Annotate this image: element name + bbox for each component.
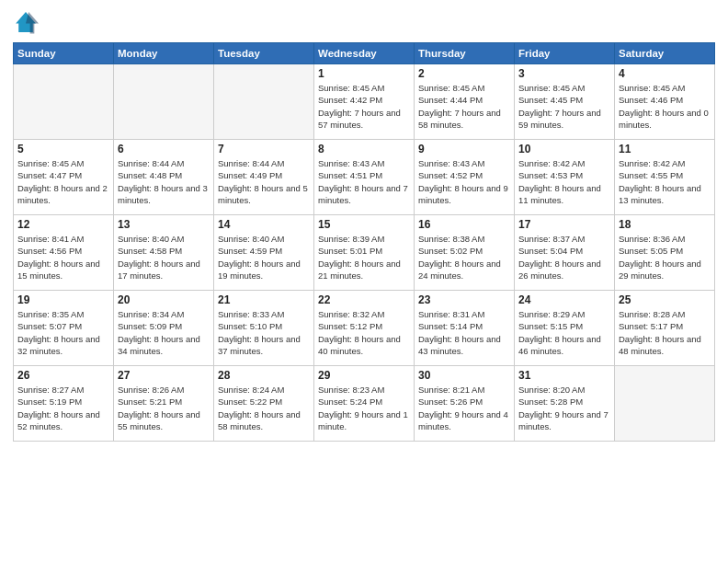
- day-number: 18: [619, 218, 711, 231]
- day-info: Sunrise: 8:21 AMSunset: 5:26 PMDaylight:…: [418, 384, 510, 432]
- col-header-sunday: Sunday: [14, 43, 114, 64]
- col-header-thursday: Thursday: [415, 43, 515, 64]
- calendar-cell: 25Sunrise: 8:28 AMSunset: 5:17 PMDayligh…: [615, 291, 715, 366]
- calendar-cell: 6Sunrise: 8:44 AMSunset: 4:48 PMDaylight…: [114, 140, 214, 215]
- calendar-cell: 28Sunrise: 8:24 AMSunset: 5:22 PMDayligh…: [214, 366, 314, 442]
- day-number: 25: [619, 293, 711, 306]
- day-number: 26: [17, 369, 109, 382]
- day-info: Sunrise: 8:35 AMSunset: 5:07 PMDaylight:…: [17, 308, 109, 357]
- logo-icon: [13, 9, 39, 35]
- header: [13, 9, 715, 35]
- page: SundayMondayTuesdayWednesdayThursdayFrid…: [0, 0, 728, 563]
- calendar-cell: 10Sunrise: 8:42 AMSunset: 4:53 PMDayligh…: [515, 140, 615, 215]
- calendar-cell: 4Sunrise: 8:45 AMSunset: 4:46 PMDaylight…: [615, 64, 715, 140]
- calendar-cell: 14Sunrise: 8:40 AMSunset: 4:59 PMDayligh…: [214, 215, 314, 291]
- day-info: Sunrise: 8:34 AMSunset: 5:09 PMDaylight:…: [118, 308, 210, 357]
- day-info: Sunrise: 8:29 AMSunset: 5:15 PMDaylight:…: [518, 308, 610, 357]
- day-info: Sunrise: 8:31 AMSunset: 5:14 PMDaylight:…: [418, 308, 510, 357]
- day-info: Sunrise: 8:45 AMSunset: 4:46 PMDaylight:…: [619, 82, 711, 131]
- col-header-saturday: Saturday: [615, 43, 715, 64]
- day-number: 19: [17, 293, 109, 306]
- day-number: 10: [518, 143, 610, 155]
- day-info: Sunrise: 8:37 AMSunset: 5:04 PMDaylight:…: [518, 233, 610, 282]
- calendar-cell: 30Sunrise: 8:21 AMSunset: 5:26 PMDayligh…: [415, 366, 515, 442]
- day-number: 12: [17, 218, 109, 231]
- calendar-cell: 19Sunrise: 8:35 AMSunset: 5:07 PMDayligh…: [14, 291, 114, 366]
- calendar-cell: 29Sunrise: 8:23 AMSunset: 5:24 PMDayligh…: [314, 366, 415, 442]
- day-number: 4: [619, 67, 711, 80]
- day-info: Sunrise: 8:40 AMSunset: 4:59 PMDaylight:…: [218, 233, 310, 282]
- day-number: 5: [17, 143, 109, 155]
- col-header-monday: Monday: [114, 43, 214, 64]
- day-info: Sunrise: 8:38 AMSunset: 5:02 PMDaylight:…: [418, 233, 510, 282]
- week-row-1: 5Sunrise: 8:45 AMSunset: 4:47 PMDaylight…: [14, 140, 715, 215]
- day-info: Sunrise: 8:44 AMSunset: 4:49 PMDaylight:…: [218, 157, 310, 206]
- day-info: Sunrise: 8:42 AMSunset: 4:53 PMDaylight:…: [518, 157, 610, 206]
- day-info: Sunrise: 8:44 AMSunset: 4:48 PMDaylight:…: [118, 157, 210, 206]
- day-info: Sunrise: 8:40 AMSunset: 4:58 PMDaylight:…: [118, 233, 210, 282]
- calendar-cell: 15Sunrise: 8:39 AMSunset: 5:01 PMDayligh…: [314, 215, 415, 291]
- day-number: 21: [218, 293, 310, 306]
- day-number: 17: [518, 218, 610, 231]
- logo: [13, 9, 42, 35]
- calendar-cell: 3Sunrise: 8:45 AMSunset: 4:45 PMDaylight…: [515, 64, 615, 140]
- day-info: Sunrise: 8:43 AMSunset: 4:51 PMDaylight:…: [318, 157, 410, 206]
- day-number: 16: [418, 218, 510, 231]
- calendar-cell: 9Sunrise: 8:43 AMSunset: 4:52 PMDaylight…: [415, 140, 515, 215]
- day-number: 7: [218, 143, 310, 155]
- day-info: Sunrise: 8:20 AMSunset: 5:28 PMDaylight:…: [518, 384, 610, 432]
- day-info: Sunrise: 8:45 AMSunset: 4:47 PMDaylight:…: [17, 157, 109, 206]
- calendar-cell: 16Sunrise: 8:38 AMSunset: 5:02 PMDayligh…: [415, 215, 515, 291]
- day-info: Sunrise: 8:33 AMSunset: 5:10 PMDaylight:…: [218, 308, 310, 357]
- day-info: Sunrise: 8:32 AMSunset: 5:12 PMDaylight:…: [318, 308, 410, 357]
- day-info: Sunrise: 8:28 AMSunset: 5:17 PMDaylight:…: [619, 308, 711, 357]
- calendar-cell: 13Sunrise: 8:40 AMSunset: 4:58 PMDayligh…: [114, 215, 214, 291]
- day-number: 29: [318, 369, 410, 382]
- calendar-cell: [615, 366, 715, 442]
- day-info: Sunrise: 8:45 AMSunset: 4:45 PMDaylight:…: [518, 82, 610, 131]
- day-number: 27: [118, 369, 210, 382]
- calendar-cell: 24Sunrise: 8:29 AMSunset: 5:15 PMDayligh…: [515, 291, 615, 366]
- day-info: Sunrise: 8:23 AMSunset: 5:24 PMDaylight:…: [318, 384, 410, 432]
- day-info: Sunrise: 8:27 AMSunset: 5:19 PMDaylight:…: [17, 384, 109, 432]
- day-number: 22: [318, 293, 410, 306]
- day-number: 30: [418, 369, 510, 382]
- calendar-cell: 22Sunrise: 8:32 AMSunset: 5:12 PMDayligh…: [314, 291, 415, 366]
- day-info: Sunrise: 8:43 AMSunset: 4:52 PMDaylight:…: [418, 157, 510, 206]
- day-number: 14: [218, 218, 310, 231]
- day-number: 28: [218, 369, 310, 382]
- calendar-cell: [214, 64, 314, 140]
- calendar-cell: 18Sunrise: 8:36 AMSunset: 5:05 PMDayligh…: [615, 215, 715, 291]
- day-info: Sunrise: 8:45 AMSunset: 4:44 PMDaylight:…: [418, 82, 510, 131]
- day-number: 8: [318, 143, 410, 155]
- day-number: 24: [518, 293, 610, 306]
- calendar-cell: 11Sunrise: 8:42 AMSunset: 4:55 PMDayligh…: [615, 140, 715, 215]
- day-number: 13: [118, 218, 210, 231]
- calendar-cell: 27Sunrise: 8:26 AMSunset: 5:21 PMDayligh…: [114, 366, 214, 442]
- day-info: Sunrise: 8:24 AMSunset: 5:22 PMDaylight:…: [218, 384, 310, 432]
- day-number: 15: [318, 218, 410, 231]
- week-row-4: 26Sunrise: 8:27 AMSunset: 5:19 PMDayligh…: [14, 366, 715, 442]
- col-header-friday: Friday: [515, 43, 615, 64]
- day-number: 2: [418, 67, 510, 80]
- day-number: 9: [418, 143, 510, 155]
- calendar-cell: 8Sunrise: 8:43 AMSunset: 4:51 PMDaylight…: [314, 140, 415, 215]
- calendar-cell: 26Sunrise: 8:27 AMSunset: 5:19 PMDayligh…: [14, 366, 114, 442]
- col-header-wednesday: Wednesday: [314, 43, 415, 64]
- week-row-3: 19Sunrise: 8:35 AMSunset: 5:07 PMDayligh…: [14, 291, 715, 366]
- day-info: Sunrise: 8:26 AMSunset: 5:21 PMDaylight:…: [118, 384, 210, 432]
- calendar-cell: 5Sunrise: 8:45 AMSunset: 4:47 PMDaylight…: [14, 140, 114, 215]
- day-info: Sunrise: 8:45 AMSunset: 4:42 PMDaylight:…: [318, 82, 410, 131]
- calendar-cell: [14, 64, 114, 140]
- calendar-cell: 23Sunrise: 8:31 AMSunset: 5:14 PMDayligh…: [415, 291, 515, 366]
- day-info: Sunrise: 8:41 AMSunset: 4:56 PMDaylight:…: [17, 233, 109, 282]
- week-row-0: 1Sunrise: 8:45 AMSunset: 4:42 PMDaylight…: [14, 64, 715, 140]
- calendar-cell: 31Sunrise: 8:20 AMSunset: 5:28 PMDayligh…: [515, 366, 615, 442]
- day-info: Sunrise: 8:39 AMSunset: 5:01 PMDaylight:…: [318, 233, 410, 282]
- day-number: 1: [318, 67, 410, 80]
- week-row-2: 12Sunrise: 8:41 AMSunset: 4:56 PMDayligh…: [14, 215, 715, 291]
- calendar-cell: [114, 64, 214, 140]
- day-number: 31: [518, 369, 610, 382]
- calendar-cell: 1Sunrise: 8:45 AMSunset: 4:42 PMDaylight…: [314, 64, 415, 140]
- day-number: 23: [418, 293, 510, 306]
